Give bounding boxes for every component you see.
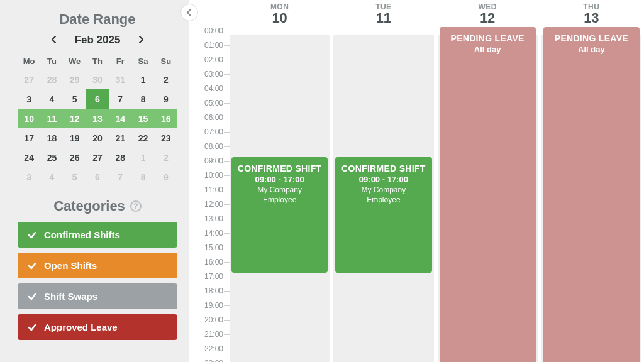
hour-label: 08:00 — [189, 143, 230, 157]
category-label: Open Shifts — [44, 260, 97, 271]
calendar-day[interactable]: 23 — [155, 128, 177, 148]
collapse-sidebar-button[interactable] — [180, 4, 198, 21]
calendar-day[interactable]: 8 — [131, 167, 154, 187]
month-label: Feb 2025 — [75, 34, 121, 47]
calendar-day[interactable]: 21 — [109, 128, 131, 148]
day-number: 11 — [333, 10, 433, 26]
calendar-day[interactable]: 12 — [64, 109, 86, 128]
calendar-day[interactable]: 22 — [131, 128, 154, 148]
weekday-header: Tu — [40, 53, 63, 70]
calendar-day[interactable]: 1 — [131, 70, 154, 89]
weekday-header: Fr — [109, 53, 131, 70]
calendar-day[interactable]: 28 — [40, 70, 63, 89]
hour-label: 18:00 — [189, 287, 230, 302]
event-green[interactable]: CONFIRMED SHIFT09:00 - 17:00My CompanyEm… — [231, 157, 328, 273]
chevron-left-icon — [51, 36, 57, 43]
weekday-header: Mo — [18, 53, 40, 70]
calendar-day[interactable]: 20 — [86, 128, 109, 148]
calendar-day[interactable]: 16 — [155, 109, 177, 128]
calendar-day[interactable]: 3 — [18, 89, 40, 109]
calendar-day[interactable]: 5 — [64, 89, 86, 109]
calendar-day[interactable]: 26 — [64, 148, 86, 167]
calendar-day[interactable]: 27 — [18, 70, 40, 89]
hour-label: 02:00 — [189, 56, 230, 70]
hour-label: 17:00 — [189, 273, 230, 287]
hour-label: 04:00 — [189, 85, 230, 99]
calendar-day[interactable]: 6 — [86, 167, 109, 187]
calendar-day[interactable]: 27 — [86, 148, 109, 167]
category-toggle-green[interactable]: Confirmed Shifts — [18, 222, 177, 248]
calendar-day[interactable]: 5 — [64, 167, 86, 187]
calendar-day[interactable]: 4 — [40, 89, 63, 109]
calendar-day[interactable]: 18 — [40, 128, 63, 148]
calendar-day[interactable]: 17 — [18, 128, 40, 148]
calendar-day[interactable]: 31 — [109, 70, 131, 89]
weekday-header: Th — [86, 53, 109, 70]
category-toggle-gray[interactable]: Shift Swaps — [18, 283, 177, 309]
day-body[interactable]: CONFIRMED SHIFT09:00 - 17:00My CompanyEm… — [230, 27, 330, 362]
day-number: 10 — [230, 10, 330, 26]
hour-label: 10:00 — [189, 172, 230, 186]
calendar-day[interactable]: 30 — [86, 70, 109, 89]
event-line: My Company — [339, 185, 428, 194]
calendar-day[interactable]: 6 — [86, 89, 109, 109]
day-body[interactable]: PENDING LEAVEAll day — [541, 27, 641, 362]
calendar-day[interactable]: 4 — [40, 167, 63, 187]
help-icon[interactable]: ? — [130, 200, 142, 212]
calendar-day[interactable]: 25 — [40, 148, 63, 167]
calendar-day[interactable]: 28 — [109, 148, 131, 167]
weekday-header: Su — [155, 53, 177, 70]
hour-label: 00:00 — [189, 27, 230, 41]
calendar-day[interactable]: 29 — [64, 70, 86, 89]
weekday-header: Sa — [131, 53, 154, 70]
calendar-day[interactable]: 14 — [109, 109, 131, 128]
check-icon — [28, 231, 36, 239]
category-toggle-orange[interactable]: Open Shifts — [18, 253, 177, 278]
day-body[interactable]: CONFIRMED SHIFT09:00 - 17:00My CompanyEm… — [333, 27, 433, 362]
calendar-day[interactable]: 2 — [155, 70, 177, 89]
calendar-day[interactable]: 9 — [155, 167, 177, 187]
event-rose[interactable]: PENDING LEAVEAll day — [543, 27, 640, 362]
calendar-day[interactable]: 8 — [131, 89, 154, 109]
calendar-day[interactable]: 19 — [64, 128, 86, 148]
prev-month-button[interactable] — [47, 33, 61, 48]
category-toggle-red[interactable]: Approved Leave — [18, 314, 177, 340]
event-rose[interactable]: PENDING LEAVEAll day — [440, 27, 536, 362]
day-columns: MON10CONFIRMED SHIFT09:00 - 17:00My Comp… — [230, 0, 644, 362]
calendar-day[interactable]: 15 — [131, 109, 154, 128]
hour-label: 05:00 — [189, 99, 230, 114]
day-number: 12 — [438, 10, 538, 26]
event-line: Employee — [235, 195, 324, 204]
calendar-day[interactable]: 24 — [18, 148, 40, 167]
next-month-button[interactable] — [134, 33, 148, 48]
calendar-day[interactable]: 11 — [40, 109, 63, 128]
calendar-day[interactable]: 9 — [155, 89, 177, 109]
calendar-day[interactable]: 3 — [18, 167, 40, 187]
chevron-left-icon — [186, 9, 192, 16]
hour-label: 07:00 — [189, 128, 230, 143]
calendar-day[interactable]: 1 — [131, 148, 154, 167]
calendar-day[interactable]: 7 — [109, 167, 131, 187]
event-subtitle: 09:00 - 17:00 — [339, 175, 428, 184]
event-subtitle: All day — [443, 45, 532, 54]
day-body[interactable]: PENDING LEAVEAll day — [438, 27, 538, 362]
category-label: Shift Swaps — [44, 291, 97, 302]
event-subtitle: 09:00 - 17:00 — [235, 175, 324, 184]
mini-calendar[interactable]: MoTuWeThFrSaSu 2728293031123456789101112… — [18, 53, 177, 187]
day-column: TUE11CONFIRMED SHIFT09:00 - 17:00My Comp… — [333, 0, 433, 362]
calendar-day[interactable]: 7 — [109, 89, 131, 109]
day-column: WED12PENDING LEAVEAll day — [438, 0, 538, 362]
hour-label: 16:00 — [189, 258, 230, 273]
event-title: PENDING LEAVE — [443, 33, 532, 43]
calendar-day[interactable]: 13 — [86, 109, 109, 128]
calendar-day[interactable]: 10 — [18, 109, 40, 128]
hour-label: 01:00 — [189, 41, 230, 56]
check-icon — [28, 292, 36, 301]
calendar-day[interactable]: 2 — [155, 148, 177, 167]
weekday-header: We — [64, 53, 86, 70]
hour-label: 21:00 — [189, 331, 230, 345]
categories-header: Categories ? — [18, 198, 177, 214]
event-green[interactable]: CONFIRMED SHIFT09:00 - 17:00My CompanyEm… — [335, 157, 431, 273]
day-number: 13 — [541, 10, 641, 26]
hour-label: 19:00 — [189, 302, 230, 316]
